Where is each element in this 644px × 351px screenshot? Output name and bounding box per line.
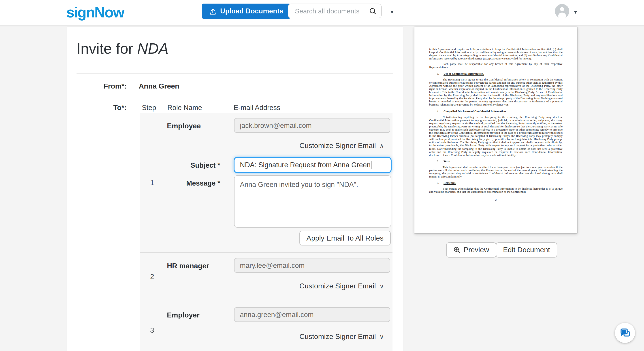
document-heading: 6.Remedies. bbox=[429, 181, 562, 184]
document-paragraph: The Receiving Party agrees to use the Co… bbox=[429, 78, 562, 106]
from-label: From*: bbox=[88, 82, 127, 90]
message-textarea[interactable]: Anna Green invited you to sign "NDA". bbox=[234, 175, 391, 228]
signer-roles-table: 1 Employee jack.brown@email.com Customiz… bbox=[140, 113, 392, 351]
subject-label: Subject * bbox=[166, 161, 220, 169]
document-page-content: in this Agreement and require such Repre… bbox=[429, 47, 562, 204]
document-thumbnail[interactable]: in this Agreement and require such Repre… bbox=[414, 27, 577, 233]
subject-input[interactable]: NDA: Signature Request from Anna Green bbox=[234, 157, 391, 173]
document-paragraph: Both parties acknowledge that the Confid… bbox=[429, 187, 562, 193]
upload-documents-label: Upload Documents bbox=[220, 7, 283, 15]
user-avatar[interactable] bbox=[555, 4, 569, 18]
caret-down-icon: ▾ bbox=[391, 9, 394, 15]
column-header-role: Role Name bbox=[168, 104, 202, 112]
search-icon[interactable] bbox=[369, 7, 377, 15]
customize-signer-email-toggle[interactable]: Customize Signer Email ∨ bbox=[300, 282, 384, 290]
caret-down-icon: ▾ bbox=[574, 9, 577, 15]
customize-signer-email-label: Customize Signer Email bbox=[300, 333, 376, 341]
chat-bubbles-icon bbox=[619, 327, 631, 339]
document-paragraph: Each party shall be responsible for any … bbox=[429, 62, 562, 69]
chevron-down-icon: ∨ bbox=[380, 333, 384, 340]
zoom-in-icon bbox=[453, 246, 460, 254]
preview-label: Preview bbox=[464, 246, 489, 254]
message-label: Message * bbox=[166, 179, 220, 187]
search-box bbox=[288, 3, 382, 18]
document-paragraph: This Agreement shall remain in effect fo… bbox=[429, 165, 562, 178]
invite-card: Invite for NDA From*: Anna Green To*: St… bbox=[67, 27, 403, 351]
document-heading: 5.Term. bbox=[429, 160, 562, 163]
signer-row-hr-manager: 2 HR manager mary.lee@email.com Customiz… bbox=[140, 253, 392, 301]
app-root: signNow Upload Documents ▾ bbox=[0, 0, 644, 351]
search-options-dropdown[interactable]: ▾ bbox=[387, 7, 398, 17]
step-number: 1 bbox=[140, 113, 165, 252]
signer-email-input[interactable]: jack.brown@email.com bbox=[234, 118, 390, 133]
document-paragraph: in this Agreement and require such Repre… bbox=[429, 47, 562, 60]
signer-email-input[interactable]: anna.green@email.com bbox=[234, 307, 390, 322]
chevron-up-icon: ∧ bbox=[380, 142, 384, 149]
divider bbox=[76, 73, 394, 74]
text-cursor bbox=[371, 161, 372, 169]
customize-signer-email-label: Customize Signer Email bbox=[300, 142, 376, 150]
signnow-logo[interactable]: signNow bbox=[66, 4, 124, 20]
search-input[interactable] bbox=[294, 7, 369, 15]
chevron-down-icon: ∨ bbox=[380, 283, 384, 290]
step-number: 3 bbox=[140, 301, 165, 351]
apply-email-to-all-roles-button[interactable]: Apply Email To All Roles bbox=[300, 231, 391, 246]
chat-support-button[interactable] bbox=[615, 323, 635, 343]
top-bar: signNow Upload Documents ▾ bbox=[0, 0, 644, 25]
upload-icon bbox=[209, 7, 216, 15]
signer-email-input[interactable]: mary.lee@email.com bbox=[234, 258, 390, 273]
column-header-email: E-mail Address bbox=[234, 104, 280, 112]
signer-row-employer: 3 Employer anna.green@email.com Customiz… bbox=[140, 301, 392, 351]
role-name: HR manager bbox=[167, 262, 209, 270]
edit-document-label: Edit Document bbox=[503, 246, 550, 254]
user-silhouette-icon bbox=[555, 4, 569, 18]
signer-row-employee: 1 Employee jack.brown@email.com Customiz… bbox=[140, 113, 392, 253]
page-number: 2 bbox=[429, 198, 562, 201]
preview-button[interactable]: Preview bbox=[446, 242, 496, 258]
page-title: Invite for NDA bbox=[76, 40, 168, 57]
document-name: NDA bbox=[137, 40, 168, 57]
role-name: Employer bbox=[167, 311, 200, 319]
customize-signer-email-label: Customize Signer Email bbox=[300, 282, 376, 290]
role-name: Employee bbox=[167, 122, 201, 130]
document-paragraph: Notwithstanding anything in the foregoin… bbox=[429, 115, 562, 156]
document-heading: 3.Use of Confidential Information. bbox=[429, 72, 562, 75]
step-number: 2 bbox=[140, 253, 165, 301]
column-header-step: Step bbox=[142, 104, 156, 112]
upload-documents-button[interactable]: Upload Documents bbox=[202, 3, 290, 19]
from-value: Anna Green bbox=[139, 82, 179, 90]
document-heading: 4.Compelled Disclosure of Confidential I… bbox=[429, 109, 562, 112]
edit-document-button[interactable]: Edit Document bbox=[496, 242, 557, 258]
account-menu-dropdown[interactable]: ▾ bbox=[572, 7, 580, 17]
customize-signer-email-toggle[interactable]: Customize Signer Email ∧ bbox=[300, 142, 384, 150]
customize-signer-email-toggle[interactable]: Customize Signer Email ∨ bbox=[300, 333, 384, 341]
to-label: To*: bbox=[88, 104, 127, 112]
